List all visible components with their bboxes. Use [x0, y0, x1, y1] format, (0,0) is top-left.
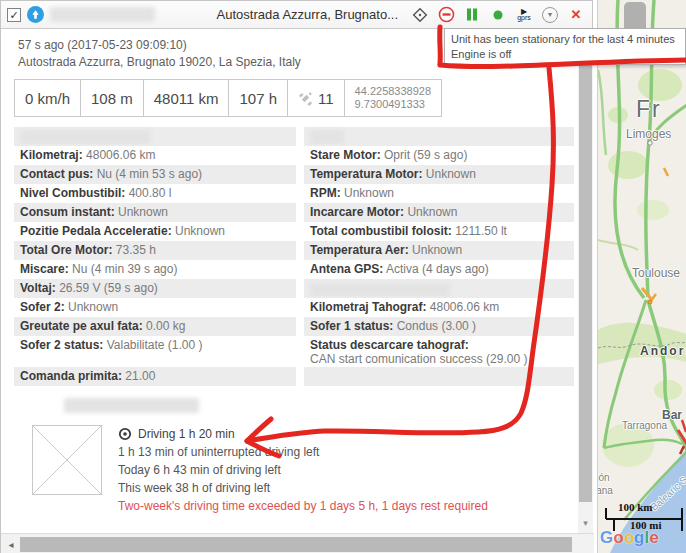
satellites-cell: 11	[288, 79, 345, 117]
table-row: Nivel Combustibil: 400.80 l RPM: Unknown	[14, 184, 574, 203]
speed-value: 0 km/h	[14, 79, 81, 117]
popup-content: 57 s ago (2017-05-23 09:09:10) Autostrad…	[2, 30, 578, 533]
engine-hours-value: 107 h	[229, 79, 288, 117]
unit-info-popup: ✓ Autostrada Azzurra, Brugnato...	[0, 0, 593, 553]
redacted-driver-name	[64, 398, 199, 413]
table-row: Total Ore Motor: 73.35 h Temperatura Aer…	[14, 241, 574, 260]
dropdown-menu-icon[interactable]: ▾	[540, 4, 560, 26]
vertical-scrollbar[interactable]: ▾	[578, 30, 593, 533]
map-label-country: Fr	[636, 96, 662, 123]
map-scale-km: 100 km	[618, 501, 653, 513]
scroll-down-arrow-icon[interactable]: ▾	[578, 515, 593, 531]
redacted-section-left	[20, 130, 150, 144]
pause-icon[interactable]	[462, 4, 482, 26]
redacted-section-right	[310, 130, 344, 144]
table-row: Sofer 2: Unknown Kilometraj Tahograf: 48…	[14, 298, 574, 317]
table-row: Pozitie Pedala Acceleratie: Unknown Tota…	[14, 222, 574, 241]
longitude: 9.7300491333	[355, 98, 431, 111]
google-logo: Google	[600, 528, 659, 548]
satellite-icon	[298, 91, 313, 106]
stats-row: 0 km/h 108 m 48011 km 107 h 11 44.225833…	[14, 79, 578, 117]
table-row: Sofer 2 status: Valabilitate (1.00 ) Sta…	[14, 336, 574, 367]
scroll-left-arrow-icon[interactable]: ◂	[3, 534, 19, 553]
table-row: Kilometraj: 48006.06 km Stare Motor: Opr…	[14, 146, 574, 165]
map-label-tarragona: Tarragona	[622, 420, 667, 431]
driving-status: Driving 1 h 20 min	[138, 425, 235, 443]
map-label-toulouse: Toulouse	[632, 266, 680, 280]
horizontal-scrollbar-thumb[interactable]	[20, 537, 572, 552]
uninterrupted-driving-left: 1 h 13 min of uninterrupted driving left	[118, 443, 488, 461]
table-row	[14, 127, 574, 146]
vertical-scrollbar-thumb[interactable]	[579, 34, 592, 502]
horizontal-scrollbar[interactable]: ◂	[1, 533, 594, 553]
table-row: Voltaj: 26.59 V (59 s ago)	[14, 279, 574, 298]
tooltip-line-engine: Engine is off	[451, 47, 679, 62]
arrow-up-icon	[30, 9, 41, 20]
disable-icon[interactable]	[436, 4, 456, 26]
redacted-parameter	[310, 283, 450, 296]
altitude-value: 108 m	[81, 79, 144, 117]
close-icon[interactable]: ✕	[566, 4, 586, 26]
map-label-coast1: llón	[597, 472, 610, 483]
satellites-count: 11	[318, 90, 334, 107]
unit-moving-icon	[27, 6, 44, 23]
redacted-unit-name	[50, 7, 155, 22]
coordinates-cell: 44.2258338928 9.7300491333	[345, 79, 442, 117]
week-driving-left: This week 38 h of driving left	[118, 479, 488, 497]
today-driving-left: Today 6 h 43 min of driving left	[118, 461, 488, 479]
map-label-coast3: a	[597, 510, 598, 521]
driving-time-warning: Two-week's driving time exceeded by 1 da…	[118, 497, 488, 515]
mileage-value: 48011 km	[144, 79, 230, 117]
map-label-andorra: Andorra	[640, 344, 686, 358]
table-row: Greutate pe axul fata: 0.00 kg Sofer 1 s…	[14, 317, 574, 336]
tooltip-line-stationary: Unit has been stationary for the last 4 …	[451, 32, 679, 47]
table-row: Consum instant: Unknown Incarcare Motor:…	[14, 203, 574, 222]
table-row: Miscare: Nu (4 min 39 s ago) Antena GPS:…	[14, 260, 574, 279]
table-row: Contact pus: Nu (4 min 53 s ago) Tempera…	[14, 165, 574, 184]
driver-section: Driving 1 h 20 min 1 h 13 min of uninter…	[32, 425, 578, 515]
tachograph-driving-icon	[118, 427, 132, 441]
table-row: Comanda primita: 21.00	[14, 367, 574, 386]
popup-header: ✓ Autostrada Azzurra, Brugnato...	[1, 1, 592, 29]
unit-location-title[interactable]: Autostrada Azzurra, Brugnato...	[161, 7, 404, 22]
map-panel[interactable]: Fr Limoges Toulouse Andorra Bar Tarragon…	[597, 0, 686, 553]
latitude: 44.2258338928	[355, 85, 431, 98]
gprs-icon: ▶ gprs	[514, 4, 534, 26]
map-label-limoges: Limoges	[626, 127, 671, 141]
connection-status-icon	[488, 4, 508, 26]
map-label-coast2: lana	[597, 485, 613, 496]
unit-checkbox[interactable]: ✓	[7, 8, 21, 22]
locate-on-map-icon[interactable]	[410, 4, 430, 26]
unit-status-tooltip: Unit has been stationary for the last 4 …	[444, 28, 686, 65]
parameters-table: Kilometraj: 48006.06 km Stare Motor: Opr…	[14, 127, 574, 386]
driver-photo-placeholder	[32, 425, 102, 495]
